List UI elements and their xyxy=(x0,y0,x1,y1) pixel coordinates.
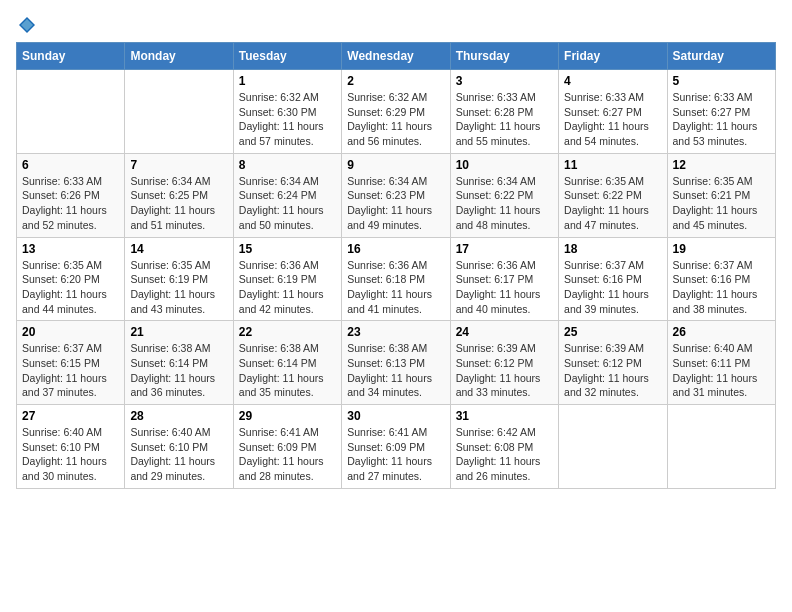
day-number: 20 xyxy=(22,325,119,339)
calendar-cell: 21Sunrise: 6:38 AMSunset: 6:14 PMDayligh… xyxy=(125,321,233,405)
calendar-cell: 28Sunrise: 6:40 AMSunset: 6:10 PMDayligh… xyxy=(125,405,233,489)
day-info: Sunrise: 6:36 AMSunset: 6:19 PMDaylight:… xyxy=(239,258,336,317)
calendar-cell: 20Sunrise: 6:37 AMSunset: 6:15 PMDayligh… xyxy=(17,321,125,405)
calendar-body: 1Sunrise: 6:32 AMSunset: 6:30 PMDaylight… xyxy=(17,70,776,489)
day-info: Sunrise: 6:34 AMSunset: 6:22 PMDaylight:… xyxy=(456,174,553,233)
calendar-header: SundayMondayTuesdayWednesdayThursdayFrid… xyxy=(17,43,776,70)
calendar-cell: 18Sunrise: 6:37 AMSunset: 6:16 PMDayligh… xyxy=(559,237,667,321)
calendar-cell: 9Sunrise: 6:34 AMSunset: 6:23 PMDaylight… xyxy=(342,153,450,237)
calendar-cell: 15Sunrise: 6:36 AMSunset: 6:19 PMDayligh… xyxy=(233,237,341,321)
day-number: 23 xyxy=(347,325,444,339)
day-info: Sunrise: 6:37 AMSunset: 6:16 PMDaylight:… xyxy=(564,258,661,317)
weekday-header-sunday: Sunday xyxy=(17,43,125,70)
calendar-week-2: 6Sunrise: 6:33 AMSunset: 6:26 PMDaylight… xyxy=(17,153,776,237)
logo-icon xyxy=(18,16,36,34)
calendar-cell xyxy=(559,405,667,489)
day-number: 16 xyxy=(347,242,444,256)
calendar-cell: 10Sunrise: 6:34 AMSunset: 6:22 PMDayligh… xyxy=(450,153,558,237)
day-number: 13 xyxy=(22,242,119,256)
calendar-cell: 16Sunrise: 6:36 AMSunset: 6:18 PMDayligh… xyxy=(342,237,450,321)
day-info: Sunrise: 6:38 AMSunset: 6:13 PMDaylight:… xyxy=(347,341,444,400)
calendar-cell: 13Sunrise: 6:35 AMSunset: 6:20 PMDayligh… xyxy=(17,237,125,321)
calendar-cell: 2Sunrise: 6:32 AMSunset: 6:29 PMDaylight… xyxy=(342,70,450,154)
day-info: Sunrise: 6:37 AMSunset: 6:15 PMDaylight:… xyxy=(22,341,119,400)
calendar-cell: 11Sunrise: 6:35 AMSunset: 6:22 PMDayligh… xyxy=(559,153,667,237)
day-number: 2 xyxy=(347,74,444,88)
day-info: Sunrise: 6:36 AMSunset: 6:17 PMDaylight:… xyxy=(456,258,553,317)
day-number: 12 xyxy=(673,158,770,172)
day-info: Sunrise: 6:34 AMSunset: 6:24 PMDaylight:… xyxy=(239,174,336,233)
calendar-cell: 30Sunrise: 6:41 AMSunset: 6:09 PMDayligh… xyxy=(342,405,450,489)
day-number: 8 xyxy=(239,158,336,172)
day-info: Sunrise: 6:33 AMSunset: 6:27 PMDaylight:… xyxy=(564,90,661,149)
day-number: 10 xyxy=(456,158,553,172)
calendar-week-3: 13Sunrise: 6:35 AMSunset: 6:20 PMDayligh… xyxy=(17,237,776,321)
day-info: Sunrise: 6:39 AMSunset: 6:12 PMDaylight:… xyxy=(456,341,553,400)
calendar-cell: 25Sunrise: 6:39 AMSunset: 6:12 PMDayligh… xyxy=(559,321,667,405)
weekday-row: SundayMondayTuesdayWednesdayThursdayFrid… xyxy=(17,43,776,70)
day-number: 11 xyxy=(564,158,661,172)
calendar-cell xyxy=(667,405,775,489)
calendar-cell: 27Sunrise: 6:40 AMSunset: 6:10 PMDayligh… xyxy=(17,405,125,489)
day-number: 4 xyxy=(564,74,661,88)
day-info: Sunrise: 6:39 AMSunset: 6:12 PMDaylight:… xyxy=(564,341,661,400)
day-number: 9 xyxy=(347,158,444,172)
calendar-week-4: 20Sunrise: 6:37 AMSunset: 6:15 PMDayligh… xyxy=(17,321,776,405)
calendar-cell: 8Sunrise: 6:34 AMSunset: 6:24 PMDaylight… xyxy=(233,153,341,237)
calendar-cell: 26Sunrise: 6:40 AMSunset: 6:11 PMDayligh… xyxy=(667,321,775,405)
day-info: Sunrise: 6:33 AMSunset: 6:26 PMDaylight:… xyxy=(22,174,119,233)
day-number: 14 xyxy=(130,242,227,256)
calendar-cell: 12Sunrise: 6:35 AMSunset: 6:21 PMDayligh… xyxy=(667,153,775,237)
day-info: Sunrise: 6:38 AMSunset: 6:14 PMDaylight:… xyxy=(239,341,336,400)
calendar-cell: 14Sunrise: 6:35 AMSunset: 6:19 PMDayligh… xyxy=(125,237,233,321)
day-info: Sunrise: 6:38 AMSunset: 6:14 PMDaylight:… xyxy=(130,341,227,400)
calendar-cell: 4Sunrise: 6:33 AMSunset: 6:27 PMDaylight… xyxy=(559,70,667,154)
day-number: 5 xyxy=(673,74,770,88)
calendar-cell: 31Sunrise: 6:42 AMSunset: 6:08 PMDayligh… xyxy=(450,405,558,489)
day-info: Sunrise: 6:40 AMSunset: 6:10 PMDaylight:… xyxy=(130,425,227,484)
day-info: Sunrise: 6:33 AMSunset: 6:28 PMDaylight:… xyxy=(456,90,553,149)
calendar-cell: 17Sunrise: 6:36 AMSunset: 6:17 PMDayligh… xyxy=(450,237,558,321)
day-info: Sunrise: 6:35 AMSunset: 6:22 PMDaylight:… xyxy=(564,174,661,233)
day-info: Sunrise: 6:34 AMSunset: 6:23 PMDaylight:… xyxy=(347,174,444,233)
calendar-cell: 29Sunrise: 6:41 AMSunset: 6:09 PMDayligh… xyxy=(233,405,341,489)
day-info: Sunrise: 6:35 AMSunset: 6:19 PMDaylight:… xyxy=(130,258,227,317)
day-info: Sunrise: 6:35 AMSunset: 6:21 PMDaylight:… xyxy=(673,174,770,233)
day-number: 29 xyxy=(239,409,336,423)
weekday-header-friday: Friday xyxy=(559,43,667,70)
day-info: Sunrise: 6:40 AMSunset: 6:10 PMDaylight:… xyxy=(22,425,119,484)
day-number: 26 xyxy=(673,325,770,339)
day-info: Sunrise: 6:32 AMSunset: 6:29 PMDaylight:… xyxy=(347,90,444,149)
day-number: 28 xyxy=(130,409,227,423)
logo xyxy=(16,16,36,34)
day-info: Sunrise: 6:40 AMSunset: 6:11 PMDaylight:… xyxy=(673,341,770,400)
day-number: 7 xyxy=(130,158,227,172)
day-number: 3 xyxy=(456,74,553,88)
day-info: Sunrise: 6:34 AMSunset: 6:25 PMDaylight:… xyxy=(130,174,227,233)
day-info: Sunrise: 6:41 AMSunset: 6:09 PMDaylight:… xyxy=(347,425,444,484)
calendar-cell: 19Sunrise: 6:37 AMSunset: 6:16 PMDayligh… xyxy=(667,237,775,321)
calendar-week-5: 27Sunrise: 6:40 AMSunset: 6:10 PMDayligh… xyxy=(17,405,776,489)
day-number: 22 xyxy=(239,325,336,339)
day-number: 30 xyxy=(347,409,444,423)
day-info: Sunrise: 6:41 AMSunset: 6:09 PMDaylight:… xyxy=(239,425,336,484)
day-info: Sunrise: 6:35 AMSunset: 6:20 PMDaylight:… xyxy=(22,258,119,317)
day-info: Sunrise: 6:37 AMSunset: 6:16 PMDaylight:… xyxy=(673,258,770,317)
day-number: 15 xyxy=(239,242,336,256)
calendar-cell: 5Sunrise: 6:33 AMSunset: 6:27 PMDaylight… xyxy=(667,70,775,154)
weekday-header-wednesday: Wednesday xyxy=(342,43,450,70)
day-number: 21 xyxy=(130,325,227,339)
calendar-cell xyxy=(125,70,233,154)
calendar-cell xyxy=(17,70,125,154)
calendar-cell: 7Sunrise: 6:34 AMSunset: 6:25 PMDaylight… xyxy=(125,153,233,237)
calendar-cell: 3Sunrise: 6:33 AMSunset: 6:28 PMDaylight… xyxy=(450,70,558,154)
svg-marker-1 xyxy=(21,19,33,31)
weekday-header-thursday: Thursday xyxy=(450,43,558,70)
weekday-header-saturday: Saturday xyxy=(667,43,775,70)
weekday-header-monday: Monday xyxy=(125,43,233,70)
calendar-table: SundayMondayTuesdayWednesdayThursdayFrid… xyxy=(16,42,776,489)
calendar-cell: 23Sunrise: 6:38 AMSunset: 6:13 PMDayligh… xyxy=(342,321,450,405)
day-info: Sunrise: 6:36 AMSunset: 6:18 PMDaylight:… xyxy=(347,258,444,317)
day-number: 25 xyxy=(564,325,661,339)
day-number: 24 xyxy=(456,325,553,339)
